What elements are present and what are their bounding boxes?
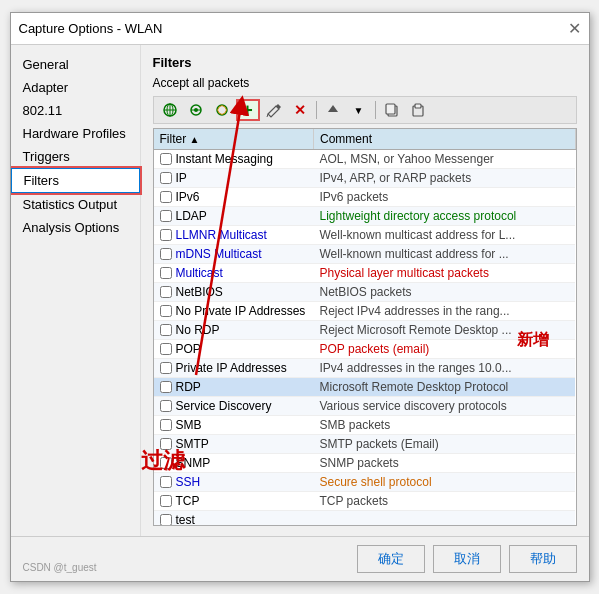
filter-checkbox[interactable] [160,476,172,488]
toolbar-btn-copy[interactable] [380,99,404,121]
network-icon [162,102,178,118]
col-filter: Filter ▲ [154,129,314,150]
sidebar-item-statistics-output[interactable]: Statistics Output [11,193,140,216]
filter-checkbox[interactable] [160,267,172,279]
sidebar: General Adapter 802.11 Hardware Profiles… [11,45,141,536]
toolbar-btn-2[interactable] [184,99,208,121]
table-row: IPv6IPv6 packets [154,188,576,207]
confirm-button[interactable]: 确定 [357,545,425,573]
filter-name-label: SNMP [176,456,211,470]
table-row: test [154,511,576,527]
toolbar-btn-dropdown[interactable]: ▼ [347,99,371,121]
edit-icon [266,102,282,118]
filter-checkbox[interactable] [160,343,172,355]
table-row: mDNS MulticastWell-known multicast addre… [154,245,576,264]
sidebar-item-hardware-profiles[interactable]: Hardware Profiles [11,122,140,145]
cancel-button[interactable]: 取消 [433,545,501,573]
toolbar-btn-edit[interactable] [262,99,286,121]
filter-checkbox[interactable] [160,438,172,450]
filter-checkbox[interactable] [160,172,172,184]
move-up-icon [325,102,341,118]
table-row: SMBSMB packets [154,416,576,435]
filter-name-label: Multicast [176,266,223,280]
sidebar-item-general[interactable]: General [11,53,140,76]
toolbar-btn-1[interactable] [158,99,182,121]
col-comment: Comment [314,129,576,150]
filter-comment-label: Well-known multicast address for L... [314,226,576,245]
filter-name-label: LLMNR Multicast [176,228,267,242]
table-row: No RDPReject Microsoft Remote Desktop ..… [154,321,576,340]
filter-checkbox[interactable] [160,419,172,431]
filter-name-label: SSH [176,475,201,489]
svg-line-8 [267,114,268,117]
capture-options-dialog: Capture Options - WLAN ✕ General Adapter… [10,12,590,582]
filter-checkbox[interactable] [160,400,172,412]
toolbar-btn-move-up[interactable] [321,99,345,121]
filter-name-label: Service Discovery [176,399,272,413]
svg-rect-13 [415,104,421,108]
section-title: Filters [153,55,577,70]
csdn-badge: CSDN @t_guest [23,562,349,573]
filter-name-label: RDP [176,380,201,394]
filter-name-label: test [176,513,195,526]
filter-name-label: Instant Messaging [176,152,273,166]
dialog-title: Capture Options - WLAN [19,21,163,36]
help-button[interactable]: 帮助 [509,545,577,573]
filter-checkbox[interactable] [160,457,172,469]
table-row: MulticastPhysical layer multicast packet… [154,264,576,283]
table-row: NetBIOSNetBIOS packets [154,283,576,302]
filter-checkbox[interactable] [160,305,172,317]
sidebar-item-analysis-options[interactable]: Analysis Options [11,216,140,239]
filter-checkbox[interactable] [160,248,172,260]
toolbar-btn-delete[interactable]: ✕ [288,99,312,121]
filter-name-label: TCP [176,494,200,508]
table-row: SMTPSMTP packets (Email) [154,435,576,454]
filter-table: Filter ▲ Comment Instant MessagingAOL, M… [153,128,577,526]
network3-icon [214,102,230,118]
toolbar-btn-paste[interactable] [406,99,430,121]
filter-checkbox[interactable] [160,210,172,222]
toolbar-btn-add[interactable]: + [236,99,260,121]
filter-comment-label: SMB packets [314,416,576,435]
filter-comment-label: Well-known multicast address for ... [314,245,576,264]
copy-icon [384,102,400,118]
toolbar-separator-2 [375,101,376,119]
sidebar-item-adapter[interactable]: Adapter [11,76,140,99]
sidebar-item-80211[interactable]: 802.11 [11,99,140,122]
table-row: SNMPSNMP packets [154,454,576,473]
filter-name-label: No Private IP Addresses [176,304,306,318]
filter-comment-label: IPv6 packets [314,188,576,207]
svg-point-7 [217,105,227,115]
filter-comment-label: Reject IPv4 addresses in the rang... [314,302,576,321]
table-row: Private IP AddressesIPv4 addresses in th… [154,359,576,378]
filter-comment-label: IPv4 addresses in the ranges 10.0... [314,359,576,378]
filter-checkbox[interactable] [160,514,172,526]
filter-checkbox[interactable] [160,324,172,336]
table-row: LDAPLightweight directory access protoco… [154,207,576,226]
filter-checkbox[interactable] [160,362,172,374]
filter-name-label: LDAP [176,209,207,223]
filter-checkbox[interactable] [160,191,172,203]
sidebar-item-filters[interactable]: Filters [11,168,140,193]
filter-name-label: Private IP Addresses [176,361,287,375]
filter-checkbox[interactable] [160,153,172,165]
accept-label: Accept all packets [153,76,577,90]
filter-name-label: IPv6 [176,190,200,204]
filter-comment-label: SMTP packets (Email) [314,435,576,454]
svg-marker-9 [328,105,338,112]
table-row: Instant MessagingAOL, MSN, or Yahoo Mess… [154,150,576,169]
sidebar-item-triggers[interactable]: Triggers [11,145,140,168]
filter-comment-label: NetBIOS packets [314,283,576,302]
filter-comment-label: POP packets (email) [314,340,576,359]
filter-checkbox[interactable] [160,381,172,393]
close-button[interactable]: ✕ [568,21,581,37]
filter-checkbox[interactable] [160,495,172,507]
filter-checkbox[interactable] [160,286,172,298]
filter-comment-label: Lightweight directory access protocol [314,207,576,226]
filter-checkbox[interactable] [160,229,172,241]
filter-name-label: SMB [176,418,202,432]
filter-comment-label: AOL, MSN, or Yahoo Messenger [314,150,576,169]
toolbar-btn-3[interactable] [210,99,234,121]
table-row: SSHSecure shell protocol [154,473,576,492]
network2-icon [188,102,204,118]
